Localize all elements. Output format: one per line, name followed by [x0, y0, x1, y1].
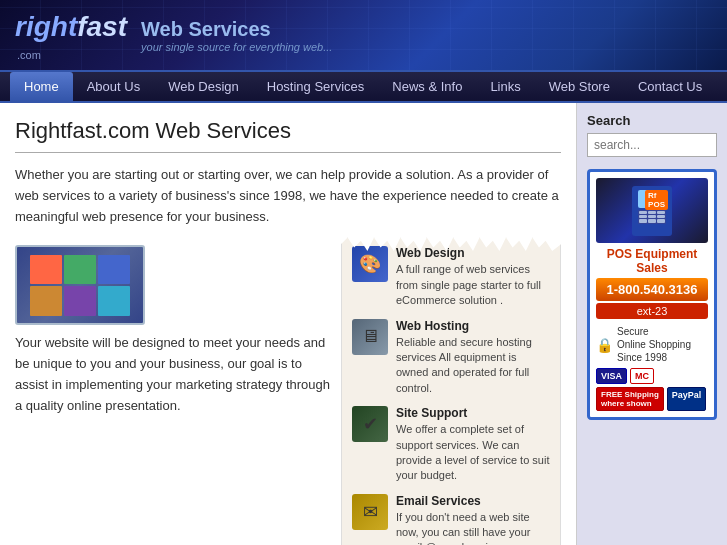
logo-title: Web Services — [141, 18, 332, 41]
support-text: Site Support We offer a complete set of … — [396, 406, 550, 484]
logo-com: .com — [15, 49, 332, 61]
main-layout: Rightfast.com Web Services Whether you a… — [0, 103, 727, 545]
webdesign-icon: 🎨 — [352, 246, 388, 282]
support-title: Site Support — [396, 406, 550, 420]
email-title: Email Services — [396, 494, 550, 508]
nav-home[interactable]: Home — [10, 72, 73, 101]
pos-ext: ext-23 — [596, 303, 708, 319]
intro-paragraph: Whether you are starting out or starting… — [15, 165, 561, 227]
services-list: 🎨 Web Design A full range of web service… — [341, 237, 561, 545]
visa-badge: VISA — [596, 368, 627, 384]
search-input[interactable] — [587, 133, 717, 157]
email-desc: If you don't need a web site now, you ca… — [396, 510, 550, 545]
middle-paragraph: Your website will be designed to meet yo… — [15, 333, 331, 416]
hosting-desc: Reliable and secure hosting services All… — [396, 335, 550, 397]
service-webdesign: 🎨 Web Design A full range of web service… — [352, 246, 550, 308]
nav-bar: Home About Us Web Design Hosting Service… — [0, 70, 727, 103]
service-hosting: 🖥 Web Hosting Reliable and secure hostin… — [352, 319, 550, 397]
nav-hosting[interactable]: Hosting Services — [253, 72, 379, 101]
secure-text: Secure Online Shopping Since 1998 — [617, 325, 691, 364]
lock-icon: 🔒 — [596, 337, 613, 353]
logo-text: rightfast — [15, 11, 127, 43]
nav-links[interactable]: Links — [476, 72, 534, 101]
middle-section: Your website will be designed to meet yo… — [15, 237, 561, 545]
pos-phone[interactable]: 1-800.540.3136 — [596, 278, 708, 301]
shopping-label: Online Shopping — [617, 339, 691, 350]
hosting-text: Web Hosting Reliable and secure hosting … — [396, 319, 550, 397]
services-area: 🎨 Web Design A full range of web service… — [341, 237, 561, 545]
content-area: Rightfast.com Web Services Whether you a… — [0, 103, 577, 545]
logo-tagline-area: Web Services your single source for ever… — [141, 18, 332, 53]
website-image — [15, 245, 145, 325]
search-label: Search — [587, 113, 717, 128]
paypal-badge: PayPal — [667, 387, 707, 411]
email-icon: ✉ — [352, 494, 388, 530]
support-desc: We offer a complete set of support servi… — [396, 422, 550, 484]
email-text: Email Services If you don't need a web s… — [396, 494, 550, 545]
secure-label: Secure — [617, 326, 649, 337]
sidebar: Search RfPOS POS Equipment Sales 1-800.5… — [577, 103, 727, 545]
pos-image: RfPOS — [596, 178, 708, 243]
pos-ad: RfPOS POS Equipment Sales 1-800.540.3136… — [587, 169, 717, 420]
mastercard-badge: MC — [630, 368, 654, 384]
nav-webdesign[interactable]: Web Design — [154, 72, 253, 101]
nav-contact[interactable]: Contact Us — [624, 72, 716, 101]
page-title: Rightfast.com Web Services — [15, 118, 561, 153]
payment-icons: VISA MC — [596, 368, 708, 384]
webdesign-text: Web Design A full range of web services … — [396, 246, 550, 308]
pos-brand-badge: RfPOS — [645, 190, 668, 210]
hosting-icon: 🖥 — [352, 319, 388, 355]
nav-news[interactable]: News & Info — [378, 72, 476, 101]
service-email: ✉ Email Services If you don't need a web… — [352, 494, 550, 545]
free-shipping-badge: FREE Shippingwhere shown — [596, 387, 664, 411]
support-icon: ✔ — [352, 406, 388, 442]
hosting-title: Web Hosting — [396, 319, 550, 333]
pos-title: POS Equipment Sales — [596, 247, 708, 275]
secure-line: 🔒 Secure Online Shopping Since 1998 — [596, 325, 708, 364]
more-payment: FREE Shippingwhere shown PayPal — [596, 387, 708, 411]
nav-about[interactable]: About Us — [73, 72, 154, 101]
logo-area: rightfast Web Services your single sourc… — [15, 11, 332, 61]
header: rightfast Web Services your single sourc… — [0, 0, 727, 70]
pos-machine-icon: RfPOS — [632, 186, 672, 236]
webdesign-desc: A full range of web services from single… — [396, 262, 550, 308]
nav-store[interactable]: Web Store — [535, 72, 624, 101]
webdesign-title: Web Design — [396, 246, 550, 260]
middle-left: Your website will be designed to meet yo… — [15, 237, 331, 545]
since-label: Since 1998 — [617, 352, 667, 363]
pos-keypad — [638, 210, 666, 224]
service-support: ✔ Site Support We offer a complete set o… — [352, 406, 550, 484]
